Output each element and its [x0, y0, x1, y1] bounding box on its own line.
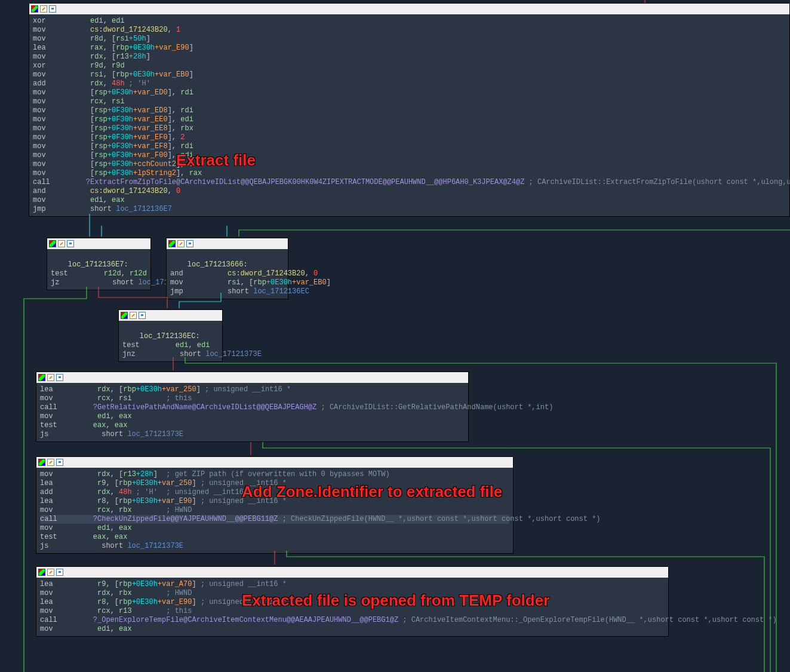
color-icon[interactable] — [168, 240, 176, 247]
edit-icon[interactable] — [40, 5, 47, 13]
block-getrelativepath[interactable]: lea rdx, [rbp+0E30h+var_250] ; unsigned … — [36, 372, 469, 442]
flow-icon[interactable] — [56, 374, 63, 381]
color-icon[interactable] — [38, 374, 45, 381]
block-body[interactable]: loc_1712136E7: test r12d, r12djz short l… — [47, 249, 150, 290]
block-header — [36, 567, 668, 578]
color-icon[interactable] — [121, 312, 128, 319]
edit-icon[interactable] — [58, 240, 65, 247]
block-body[interactable]: loc_171213666: and cs:dword_171243B20, 0… — [167, 249, 288, 299]
block-label: loc_1712136EC: — [140, 332, 200, 340]
edit-icon[interactable] — [130, 312, 137, 319]
edit-icon[interactable] — [177, 240, 185, 247]
block-header — [167, 238, 288, 249]
block-label: loc_171213666: — [187, 260, 248, 269]
block-body[interactable]: lea r9, [rbp+0E30h+var_A70] ; unsigned _… — [36, 578, 668, 636]
block-label: loc_1712136E7: — [68, 260, 128, 269]
block-loc-1712136EC[interactable]: loc_1712136EC: test edi, edijnz short lo… — [118, 309, 223, 362]
block-body[interactable]: xor edi, edimov cs:dword_171243B20, 1mov… — [29, 14, 789, 216]
block-header — [119, 310, 222, 321]
block-header — [36, 457, 513, 468]
block-extract[interactable]: xor edi, edimov cs:dword_171243B20, 1mov… — [29, 3, 790, 217]
edit-icon[interactable] — [47, 374, 54, 381]
block-body[interactable]: loc_1712136EC: test edi, edijnz short lo… — [119, 321, 222, 361]
block-header — [29, 4, 789, 14]
color-icon[interactable] — [49, 240, 56, 247]
flow-icon[interactable] — [56, 569, 63, 576]
flow-icon[interactable] — [56, 459, 63, 466]
color-icon[interactable] — [38, 569, 45, 576]
block-loc-1712136E7[interactable]: loc_1712136E7: test r12d, r12djz short l… — [47, 238, 151, 290]
color-icon[interactable] — [38, 459, 45, 466]
block-header — [36, 372, 468, 383]
edit-icon[interactable] — [47, 459, 54, 466]
block-checkunzipped[interactable]: mov rdx, [r13+28h] ; get ZIP path (if ov… — [36, 456, 514, 554]
block-header — [47, 238, 150, 249]
edit-icon[interactable] — [47, 569, 54, 576]
color-icon[interactable] — [31, 5, 38, 13]
block-loc-171213666[interactable]: loc_171213666: and cs:dword_171243B20, 0… — [166, 238, 288, 299]
flow-icon[interactable] — [139, 312, 146, 319]
flow-icon[interactable] — [186, 240, 193, 247]
block-body[interactable]: mov rdx, [r13+28h] ; get ZIP path (if ov… — [36, 468, 513, 553]
block-openexplore[interactable]: lea r9, [rbp+0E30h+var_A70] ; unsigned _… — [36, 566, 669, 637]
flow-icon[interactable] — [67, 240, 74, 247]
block-body[interactable]: lea rdx, [rbp+0E30h+var_250] ; unsigned … — [36, 383, 468, 441]
flow-icon[interactable] — [49, 5, 56, 13]
